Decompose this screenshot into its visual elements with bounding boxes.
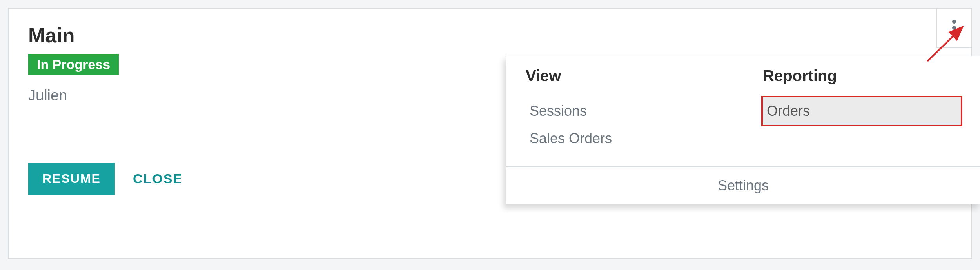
dropdown-header-reporting: Reporting <box>763 67 961 85</box>
more-menu-dropdown: View Sessions Sales Orders Reporting Ord… <box>506 56 980 204</box>
resume-button[interactable]: RESUME <box>28 163 115 195</box>
dropdown-columns: View Sessions Sales Orders Reporting Ord… <box>506 56 980 166</box>
menu-item-orders[interactable]: Orders <box>761 96 962 126</box>
svg-point-2 <box>952 32 956 36</box>
status-badge: In Progress <box>28 54 119 75</box>
menu-item-sessions[interactable]: Sessions <box>526 97 724 125</box>
session-title: Main <box>28 24 952 47</box>
dropdown-header-view: View <box>526 67 724 85</box>
svg-point-1 <box>952 26 956 30</box>
kebab-icon <box>952 19 956 36</box>
close-button[interactable]: CLOSE <box>131 171 185 187</box>
dropdown-col-reporting: Reporting Orders <box>743 67 980 152</box>
pos-session-card: Main In Progress Julien RESUME CLOSE Vie… <box>8 8 972 259</box>
menu-item-settings[interactable]: Settings <box>506 166 980 204</box>
dropdown-col-view: View Sessions Sales Orders <box>506 67 743 152</box>
menu-item-sales-orders[interactable]: Sales Orders <box>526 125 724 152</box>
svg-point-0 <box>952 20 956 24</box>
more-menu-button[interactable] <box>936 9 971 48</box>
